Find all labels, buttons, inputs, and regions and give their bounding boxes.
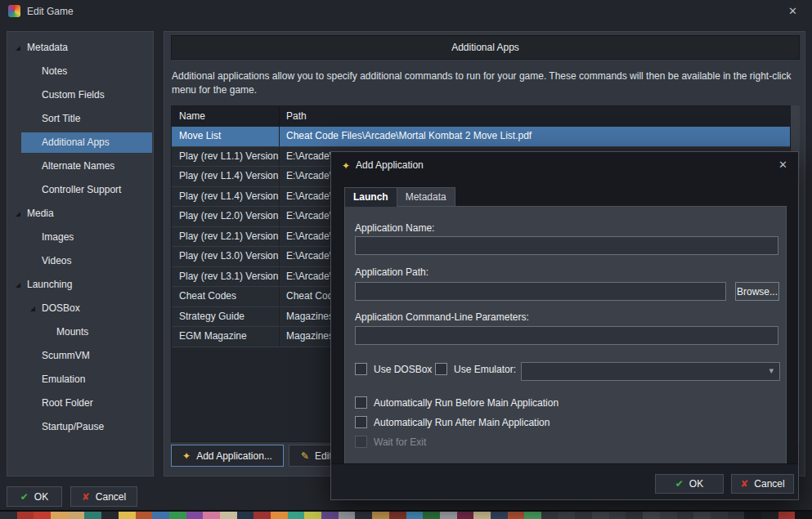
ok-label: OK xyxy=(34,491,48,503)
sidebar-item-mounts[interactable]: Mounts xyxy=(7,320,153,344)
browse-label: Browse... xyxy=(737,286,778,298)
dialog-tabs: Launch Metadata xyxy=(344,187,455,207)
sidebar-item-custom-fields[interactable]: Custom Fields xyxy=(7,83,153,107)
sidebar-item-emulation[interactable]: Emulation xyxy=(7,368,153,391)
cmdline-label: Application Command-Line Parameters: xyxy=(355,311,529,323)
add-star-icon: ✦ xyxy=(342,160,350,172)
sidebar-item-root-folder[interactable]: Root Folder xyxy=(7,391,153,415)
browse-button[interactable]: Browse... xyxy=(735,282,779,301)
add-star-icon: ✦ xyxy=(182,451,191,461)
sidebar-item-label: Videos xyxy=(7,255,71,266)
sidebar-item-sort-title[interactable]: Sort Title xyxy=(7,107,153,131)
run-before-checkbox[interactable] xyxy=(355,396,367,409)
thumbnail-fragment xyxy=(778,512,796,519)
background-thumbnails-strip xyxy=(0,512,812,519)
ok-button[interactable]: ✔ OK xyxy=(7,486,62,507)
edit-pencil-icon: ✎ xyxy=(301,451,309,461)
chevron-down-icon: ▾ xyxy=(769,365,774,376)
thumbnail-fragment xyxy=(169,512,186,519)
thumbnail-fragment xyxy=(609,512,626,519)
thumbnail-fragment xyxy=(372,512,389,519)
thumbnail-fragment xyxy=(711,512,728,519)
section-description: Additional applications allow you to spe… xyxy=(172,69,796,97)
wait-for-exit-checkbox xyxy=(355,436,367,448)
dialog-title: Add Application xyxy=(356,159,424,171)
x-icon: ✘ xyxy=(740,479,748,489)
run-after-label: Automatically Run After Main Application xyxy=(374,417,550,428)
dialog-ok-button[interactable]: ✔ OK xyxy=(655,474,724,494)
sidebar-item-notes[interactable]: Notes xyxy=(7,60,153,83)
sidebar-item-videos[interactable]: Videos xyxy=(7,249,153,273)
column-header-path[interactable]: Path xyxy=(280,106,790,127)
thumbnail-fragment xyxy=(321,512,339,519)
edit-application-label: Edit xyxy=(315,450,332,462)
thumbnail-fragment xyxy=(508,512,525,519)
thumbnail-fragment xyxy=(0,512,17,519)
thumbnail-fragment xyxy=(677,512,694,519)
use-emulator-label: Use Emulator: xyxy=(454,364,516,375)
application-name-input[interactable] xyxy=(355,236,778,255)
sidebar-item-media[interactable]: Media xyxy=(7,202,153,226)
cell-name: EGM Magazine xyxy=(172,327,280,347)
sidebar: MetadataNotesCustom FieldsSort TitleAddi… xyxy=(7,31,154,476)
sidebar-item-images[interactable]: Images xyxy=(7,226,153,249)
run-before-row: Automatically Run Before Main Applicatio… xyxy=(355,396,559,409)
run-after-row: Automatically Run After Main Application xyxy=(355,416,550,428)
column-header-name[interactable]: Name xyxy=(172,106,280,127)
thumbnail-fragment xyxy=(101,512,119,519)
thumbnail-fragment xyxy=(643,512,660,519)
sidebar-item-label: DOSBox xyxy=(7,302,80,314)
sidebar-item-controller-support[interactable]: Controller Support xyxy=(7,178,153,202)
thumbnail-fragment xyxy=(592,512,609,519)
dialog-ok-label: OK xyxy=(689,478,703,490)
tab-metadata[interactable]: Metadata xyxy=(397,187,455,207)
thumbnail-fragment xyxy=(559,512,576,519)
add-application-label: Add Application... xyxy=(196,450,272,462)
tab-launch[interactable]: Launch xyxy=(344,187,397,207)
sidebar-item-label: Media xyxy=(7,208,54,219)
thumbnail-fragment xyxy=(389,512,406,519)
cell-name: Play (rev L2.0) Version... xyxy=(172,207,280,226)
sidebar-item-startup-pause[interactable]: Startup/Pause xyxy=(7,415,153,439)
dialog-close-icon[interactable]: ✕ xyxy=(778,159,787,171)
emulator-dropdown[interactable]: ▾ xyxy=(521,362,780,381)
dialog-cancel-button[interactable]: ✘ Cancel xyxy=(731,474,794,494)
sidebar-item-scummvm[interactable]: ScummVM xyxy=(7,344,153,368)
screen: Edit Game ✕ MetadataNotesCustom FieldsSo… xyxy=(0,0,812,519)
thumbnail-fragment xyxy=(575,512,592,519)
add-application-button[interactable]: ✦ Add Application... xyxy=(171,445,284,467)
thumbnail-fragment xyxy=(355,512,372,519)
application-path-input[interactable] xyxy=(355,282,726,301)
use-dosbox-checkbox[interactable] xyxy=(355,363,367,375)
thumbnail-fragment xyxy=(795,512,812,519)
thumbnail-fragment xyxy=(51,512,68,519)
cell-name: Play (rev L1.4) Version... xyxy=(172,167,280,186)
sidebar-item-launching[interactable]: Launching xyxy=(7,273,153,297)
sidebar-item-dosbox[interactable]: DOSBox xyxy=(7,297,153,320)
cell-name: Play (rev L1.4) Version... xyxy=(172,187,280,207)
sidebar-item-metadata[interactable]: Metadata xyxy=(7,36,153,60)
use-emulator-checkbox[interactable] xyxy=(435,363,447,375)
thumbnail-fragment xyxy=(237,512,254,519)
sidebar-item-alternate-names[interactable]: Alternate Names xyxy=(7,154,153,178)
run-after-checkbox[interactable] xyxy=(355,416,367,428)
cell-name: Play (rev L3.0) Version... xyxy=(172,247,280,266)
thumbnail-fragment xyxy=(693,512,711,519)
cell-name: Move List xyxy=(172,127,280,146)
sidebar-item-label: Additional Apps xyxy=(7,136,110,148)
thumbnail-fragment xyxy=(339,512,356,519)
cmdline-input[interactable] xyxy=(355,326,778,345)
sidebar-item-additional-apps[interactable]: Additional Apps xyxy=(7,131,153,154)
wait-for-exit-row: Wait for Exit xyxy=(355,436,426,448)
thumbnail-fragment xyxy=(203,512,220,519)
cancel-button[interactable]: ✘ Cancel xyxy=(70,486,137,507)
sidebar-item-label: ScummVM xyxy=(7,350,90,361)
sidebar-item-label: Mounts xyxy=(7,326,88,338)
sidebar-item-label: Launching xyxy=(7,279,72,290)
thumbnail-fragment xyxy=(220,512,237,519)
close-icon[interactable]: ✕ xyxy=(788,5,797,17)
check-icon: ✔ xyxy=(20,492,29,502)
sidebar-item-label: Controller Support xyxy=(7,184,121,195)
table-row[interactable]: Move ListCheat Code Files\Arcade\Mortal … xyxy=(172,127,790,147)
add-application-dialog: ✦ Add Application ✕ Launch Metadata Appl… xyxy=(330,151,799,500)
